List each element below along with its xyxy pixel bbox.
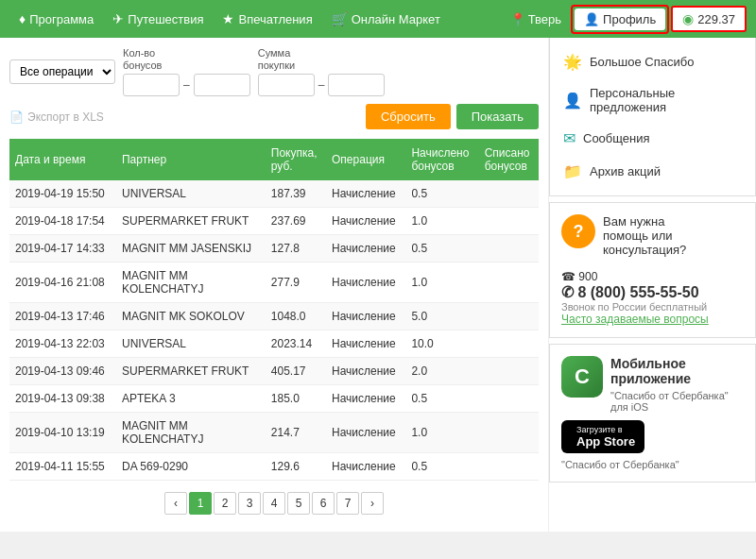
cell-operation: Начисление [326,208,405,235]
app-title: Мобильноеприложение [610,356,729,386]
cell-date: 2019-04-13 22:03 [9,330,116,358]
cell-purchase: 185.0 [266,385,326,413]
cell-operation: Начисление [326,263,405,303]
cell-date: 2019-04-17 14:33 [9,235,116,263]
top-navigation: ♦ Программа ✈ Путешествия ★ Впечатления … [0,0,756,38]
table-row: 2019-04-10 13:19 MAGNIT MMKOLENCHATYJ 21… [9,413,539,453]
col-written: Списанобонусов [479,139,539,180]
appstore-label-big: App Store [576,434,635,449]
cell-purchase: 405.17 [266,358,326,385]
star-bonus-icon: 🌟 [563,53,582,71]
cell-accrued: 1.0 [405,413,478,453]
cell-partner: MAGNIT MMKOLENCHATYJ [116,413,266,453]
next-page-button[interactable]: › [361,492,384,515]
faq-link[interactable]: Часто задаваемые вопросы [561,313,744,326]
cell-partner: UNIVERSAL [116,180,266,208]
cell-written [479,180,539,208]
cell-written [479,235,539,263]
cell-accrued: 0.5 [405,453,478,481]
cell-partner: UNIVERSAL [116,330,266,358]
action-row: 📄 Экспорт в XLS Сбросить Показать [9,104,539,129]
help-box: ? Вам нужнапомощь иликонсультация? ☎ 900… [549,202,756,338]
right-sidebar: 🌟 Большое Спасибо 👤 Персональныепредложе… [548,38,756,532]
page-7-button[interactable]: 7 [336,492,359,515]
page-3-button[interactable]: 3 [238,492,261,515]
cell-written [479,303,539,330]
cell-partner: SUPERMARKET FRUKT [116,358,266,385]
page-1-button[interactable]: 1 [189,492,212,515]
cell-date: 2019-04-13 09:38 [9,385,116,413]
cell-accrued: 5.0 [405,303,478,330]
prev-page-button[interactable]: ‹ [164,492,187,515]
menu-item-messages[interactable]: ✉ Сообщения [550,122,755,155]
person-icon: 👤 [563,92,582,110]
cell-date: 2019-04-13 09:46 [9,358,116,385]
cell-date: 2019-04-19 15:50 [9,180,116,208]
plane-icon: ✈ [112,11,124,26]
nav-program[interactable]: ♦ Программа [9,11,103,26]
col-accrued: Начисленобонусов [405,139,478,180]
cell-partner: MAGNIT MMKOLENCHATYJ [116,263,266,303]
show-button[interactable]: Показать [456,104,539,129]
page-4-button[interactable]: 4 [263,492,285,515]
purchase-sum-filter: Суммапокупки – [258,47,386,96]
cell-written [479,263,539,303]
appstore-button[interactable]: Загрузите в App Store [561,420,644,453]
reset-button[interactable]: Сбросить [366,104,451,129]
menu-item-archive[interactable]: 📁 Архив акций [550,155,755,188]
operations-select[interactable]: Все операции [9,59,115,84]
nav-shop[interactable]: 🛒 Онлайн Маркет [322,11,450,26]
cell-operation: Начисление [326,453,405,481]
pin-icon: 📍 [510,12,525,26]
page-6-button[interactable]: 6 [312,492,335,515]
left-content: Все операции Кол-вобонусов – Суммапокупк… [0,38,548,532]
page-5-button[interactable]: 5 [287,492,310,515]
cell-written [479,385,539,413]
balance-button[interactable]: ◉ 229.37 [671,6,747,32]
cell-operation: Начисление [326,385,405,413]
cart-icon: 🛒 [332,11,348,26]
cell-purchase: 127.8 [266,235,326,263]
page-2-button[interactable]: 2 [214,492,236,515]
nav-travel[interactable]: ✈ Путешествия [103,11,213,26]
nav-impressions[interactable]: ★ Впечатления [213,11,321,26]
table-body: 2019-04-19 15:50 UNIVERSAL 187.39 Начисл… [9,180,539,481]
cell-partner: MAGNIT MK SOKOLOV [116,303,266,330]
table-row: 2019-04-18 17:54 SUPERMARKET FRUKT 237.6… [9,208,539,235]
profile-wrapper: ▼ 👤 Профиль [575,8,665,30]
cell-partner: MAGNIT MM JASENSKIJ [116,235,266,263]
cell-operation: Начисление [326,180,405,208]
export-xls-button[interactable]: 📄 Экспорт в XLS [9,110,104,124]
cell-written [479,330,539,358]
purchase-sum-max[interactable] [328,74,385,96]
purchase-sum-min[interactable] [258,74,315,96]
menu-item-offers[interactable]: 👤 Персональныепредложения [550,78,755,122]
table-row: 2019-04-17 14:33 MAGNIT MM JASENSKIJ 127… [9,235,539,263]
cell-operation: Начисление [326,235,405,263]
cell-purchase: 1048.0 [266,303,326,330]
table-row: 2019-04-19 15:50 UNIVERSAL 187.39 Начисл… [9,180,539,208]
cell-accrued: 0.5 [405,235,478,263]
phone-note: Звонок по России бесплатный [561,301,744,313]
cell-purchase: 187.39 [266,180,326,208]
cell-accrued: 2.0 [405,358,478,385]
cell-date: 2019-04-13 17:46 [9,303,116,330]
col-date: Дата и время [9,139,116,180]
table-row: 2019-04-13 09:46 SUPERMARKET FRUKT 405.1… [9,358,539,385]
bonus-count-max[interactable] [194,74,250,96]
cell-purchase: 237.69 [266,208,326,235]
user-icon: 👤 [584,12,599,26]
mail-icon: ✉ [563,129,576,147]
cell-written [479,453,539,481]
phone-full: ✆ 8 (800) 555-55-50 [561,283,744,301]
xls-icon: 📄 [9,110,24,124]
operations-filter: Все операции [9,59,115,84]
menu-item-bonuses[interactable]: 🌟 Большое Спасибо [550,45,755,78]
main-layout: Все операции Кол-вобонусов – Суммапокупк… [0,38,756,532]
cell-operation: Начисление [326,303,405,330]
app-subtitle: "Спасибо от Сбербанка"для iOS [610,390,729,413]
profile-button[interactable]: 👤 Профиль [575,8,665,30]
bonus-count-min[interactable] [123,74,180,96]
cell-accrued: 1.0 [405,263,478,303]
help-circle-icon: ? [561,214,595,248]
